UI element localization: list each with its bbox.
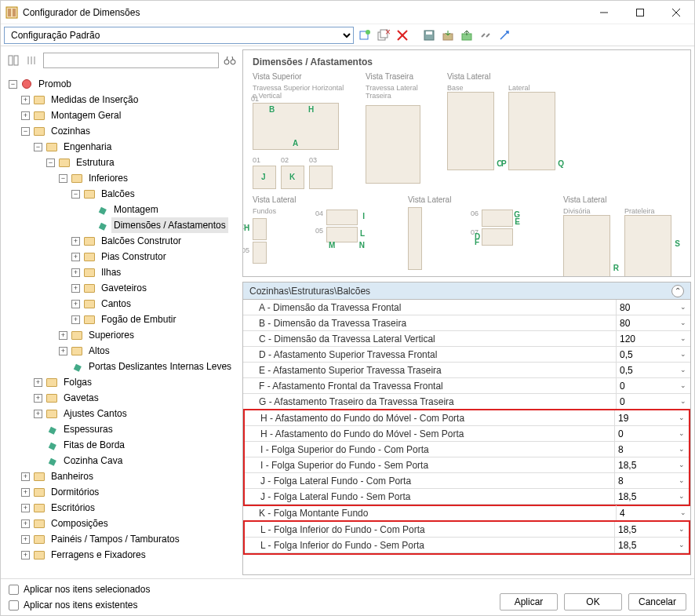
export-icon[interactable]: [459, 27, 475, 43]
chevron-down-icon[interactable]: ⌄: [676, 459, 687, 470]
tree-item[interactable]: Fitas de Borda: [61, 437, 127, 453]
chevron-down-icon[interactable]: ⌄: [676, 490, 687, 501]
tree-item[interactable]: Ferragens e Fixadores: [49, 547, 148, 563]
tree-item[interactable]: Banheiros: [49, 468, 96, 484]
tree-item[interactable]: Superiores: [86, 327, 136, 343]
property-row[interactable]: K - Folga Montante Fundo4⌄: [243, 505, 690, 521]
new-config-icon[interactable]: [357, 27, 373, 43]
chevron-down-icon[interactable]: ⌄: [676, 443, 687, 454]
ok-button[interactable]: OK: [564, 593, 622, 611]
tree-toggle[interactable]: +: [59, 331, 67, 340]
tree-item[interactable]: Inferiores: [86, 170, 130, 186]
chevron-down-icon[interactable]: ⌄: [678, 507, 689, 518]
tree-toggle[interactable]: +: [21, 535, 30, 544]
tree-expand-icon[interactable]: [24, 53, 40, 68]
property-row[interactable]: H - Afastamento do Fundo do Móvel - Sem …: [245, 426, 689, 442]
tree-item[interactable]: Gavetas: [61, 390, 101, 406]
tree-item[interactable]: Escritórios: [49, 500, 97, 516]
maximize-button[interactable]: [622, 1, 658, 24]
chevron-down-icon[interactable]: ⌄: [678, 348, 689, 359]
property-row[interactable]: J - Folga Lateral Fundo - Sem Porta18,5⌄: [245, 489, 689, 505]
tree-item[interactable]: Balcões: [99, 186, 137, 202]
tree-toggle[interactable]: +: [21, 519, 30, 528]
tree-toggle[interactable]: −: [21, 127, 30, 136]
tree-item[interactable]: Engenharia: [61, 139, 114, 155]
property-row[interactable]: H - Afastamento do Fundo do Móvel - Com …: [245, 410, 689, 426]
tree-toggle[interactable]: +: [21, 504, 30, 512]
tree-item[interactable]: Ajustes Cantos: [61, 406, 129, 421]
property-row[interactable]: I - Folga Superior do Fundo - Sem Porta1…: [245, 457, 689, 473]
property-row[interactable]: I - Folga Superior do Fundo - Com Porta8…: [245, 442, 689, 457]
property-row[interactable]: E - Afastamento Superior Travessa Trasei…: [243, 363, 690, 378]
tree-item[interactable]: Altos: [86, 343, 112, 359]
property-value[interactable]: 19⌄: [615, 410, 689, 425]
save-icon[interactable]: [421, 27, 437, 43]
tree-filter-input[interactable]: [43, 53, 219, 68]
property-value[interactable]: 4⌄: [617, 505, 690, 520]
chevron-down-icon[interactable]: ⌄: [676, 412, 687, 423]
tree-item[interactable]: Espessuras: [61, 421, 115, 437]
property-row[interactable]: B - Dimensão da Travessa Traseira80⌄: [243, 315, 690, 331]
tree-item[interactable]: Folgas: [61, 374, 94, 390]
property-row[interactable]: L - Folga Inferior do Fundo - Com Porta1…: [245, 522, 689, 538]
property-row[interactable]: F - Afastamento Frontal da Travessa Fron…: [243, 378, 690, 394]
property-row[interactable]: A - Dimensão da Travessa Frontal80⌄: [243, 300, 690, 315]
property-value[interactable]: 18,5⌄: [615, 489, 689, 504]
tree-item[interactable]: Cozinhas: [49, 123, 93, 139]
tree-item[interactable]: Montagem Geral: [49, 108, 123, 123]
tree-toggle[interactable]: +: [21, 488, 30, 497]
tree-toggle[interactable]: +: [71, 237, 80, 246]
tree-collapse-icon[interactable]: [5, 53, 21, 68]
property-row[interactable]: L - Folga Inferior do Fundo - Sem Porta1…: [245, 538, 689, 553]
chevron-down-icon[interactable]: ⌄: [676, 475, 687, 486]
tree-toggle[interactable]: +: [21, 96, 30, 104]
properties-header[interactable]: Cozinhas\Estruturas\Balcões ⌃: [243, 282, 690, 300]
property-value[interactable]: 0⌄: [617, 394, 690, 409]
close-button[interactable]: [658, 1, 694, 24]
expand-icon[interactable]: [497, 27, 512, 43]
cancel-button[interactable]: Cancelar: [628, 593, 686, 611]
apply-existing-checkbox[interactable]: Aplicar nos itens existentes: [9, 600, 150, 611]
property-value[interactable]: 8⌄: [615, 442, 689, 457]
chevron-down-icon[interactable]: ⌄: [678, 364, 689, 375]
tree-item[interactable]: Portas Deslizantes Internas Leves: [86, 359, 234, 374]
link-icon[interactable]: [478, 27, 493, 43]
tree-toggle[interactable]: +: [21, 111, 30, 120]
chevron-down-icon[interactable]: ⌄: [678, 317, 689, 328]
minimize-button[interactable]: [586, 1, 622, 24]
property-value[interactable]: 80⌄: [617, 300, 690, 315]
tree-item[interactable]: Cantos: [99, 296, 133, 312]
property-value[interactable]: 8⌄: [615, 473, 689, 488]
property-value[interactable]: 0⌄: [617, 378, 690, 393]
tree-toggle[interactable]: −: [59, 174, 67, 183]
apply-button[interactable]: Aplicar: [500, 593, 558, 611]
chevron-down-icon[interactable]: ⌄: [678, 301, 689, 312]
property-value[interactable]: 0⌄: [615, 426, 689, 441]
delete-config-icon[interactable]: [395, 27, 410, 43]
tree-toggle[interactable]: +: [21, 551, 30, 560]
tree-item[interactable]: Medidas de Inserção: [49, 92, 140, 108]
chevron-down-icon[interactable]: ⌄: [678, 395, 689, 406]
tree-item[interactable]: Cozinha Cava: [61, 453, 125, 468]
tree-toggle[interactable]: +: [71, 268, 80, 277]
property-row[interactable]: D - Afastamento Superior Travessa Fronta…: [243, 347, 690, 363]
collapse-icon[interactable]: ⌃: [671, 285, 684, 297]
config-select[interactable]: Configuração Padrão: [4, 27, 354, 44]
tree-toggle[interactable]: −: [34, 143, 42, 151]
tree-toggle[interactable]: −: [46, 159, 55, 167]
property-row[interactable]: C - Dimensão da Travessa Lateral Vertica…: [243, 331, 690, 347]
tree-toggle[interactable]: +: [59, 347, 67, 355]
tree-toggle[interactable]: +: [34, 410, 42, 418]
binoculars-icon[interactable]: [222, 53, 238, 68]
tree-toggle[interactable]: +: [71, 253, 80, 261]
tree-item[interactable]: Gaveteiros: [99, 280, 149, 296]
tree-item[interactable]: Montagem: [111, 202, 161, 217]
apply-selected-checkbox[interactable]: Aplicar nos itens selecionados: [9, 584, 150, 595]
chevron-down-icon[interactable]: ⌄: [676, 539, 687, 550]
chevron-down-icon[interactable]: ⌄: [678, 380, 689, 391]
tree-item[interactable]: Dormitórios: [49, 484, 101, 500]
property-row[interactable]: J - Folga Lateral Fundo - Com Porta8⌄: [245, 473, 689, 489]
tree-toggle[interactable]: +: [71, 315, 80, 324]
tree-item[interactable]: Painéis / Tampos / Tamburatos: [49, 531, 182, 547]
property-value[interactable]: 0,5⌄: [617, 347, 690, 362]
